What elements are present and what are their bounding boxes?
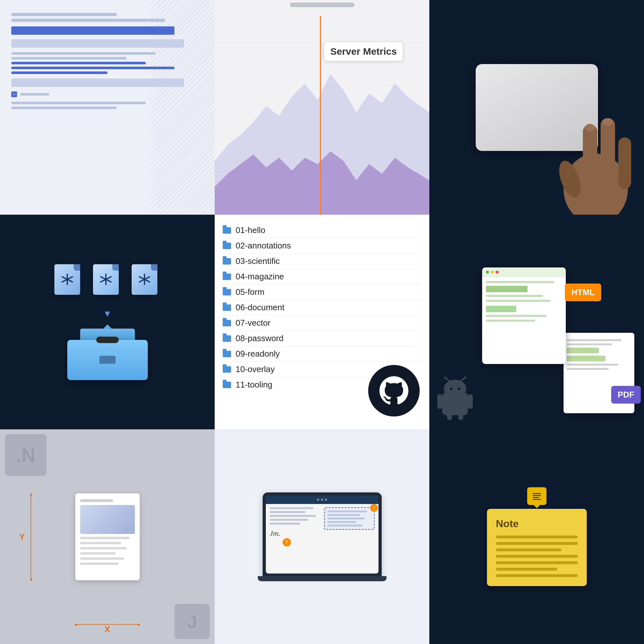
file-name: 05-form bbox=[236, 287, 265, 297]
pdf-icon-2 bbox=[93, 264, 122, 299]
list-item[interactable]: 05-form bbox=[223, 285, 421, 300]
file-name: 01-hello bbox=[236, 225, 266, 235]
pin-arrow bbox=[534, 505, 540, 508]
list-item[interactable]: 04-magazine bbox=[223, 269, 421, 285]
laptop-left: Jm. ! bbox=[270, 507, 321, 541]
content-line bbox=[486, 320, 535, 322]
cell-laptop: Jm. ! bbox=[215, 429, 429, 644]
note-pin-container bbox=[527, 487, 546, 505]
wf-line bbox=[11, 19, 165, 22]
content-line bbox=[567, 343, 612, 345]
cell-note: Note bbox=[429, 429, 644, 644]
svg-point-26 bbox=[444, 377, 446, 378]
svg-line-24 bbox=[445, 378, 449, 381]
cell-file-list: 01-hello 02-annotations 03-scientific 04… bbox=[215, 215, 429, 429]
toolbox-handle bbox=[96, 337, 119, 343]
content-line bbox=[486, 295, 543, 297]
laptop-dot bbox=[321, 499, 323, 501]
list-item[interactable]: 08-password bbox=[223, 331, 421, 346]
laptop-screen: Jm. ! bbox=[266, 496, 378, 574]
doc-line bbox=[80, 552, 116, 555]
content-line bbox=[486, 300, 551, 302]
list-item[interactable]: 01-hello bbox=[223, 223, 421, 238]
svg-point-27 bbox=[464, 377, 466, 378]
svg-rect-18 bbox=[468, 394, 473, 409]
content-line bbox=[486, 281, 554, 283]
doc-line bbox=[80, 499, 113, 502]
note-card: Note bbox=[487, 509, 587, 586]
svg-point-23 bbox=[458, 387, 460, 390]
sel-line bbox=[327, 514, 360, 516]
note-line bbox=[496, 561, 578, 564]
content-line bbox=[567, 364, 618, 366]
cell-wireframe: ✓ bbox=[0, 0, 215, 215]
folder-icon bbox=[223, 227, 231, 234]
laptop-dot bbox=[317, 499, 319, 501]
l-line bbox=[270, 515, 316, 517]
browser-content-2 bbox=[564, 336, 634, 373]
pdf-symbol bbox=[138, 273, 151, 286]
n-bg-letter: .N bbox=[5, 434, 47, 476]
wf-line bbox=[11, 13, 117, 16]
cell-pdf-toolbox: ▼ bbox=[0, 215, 215, 429]
doc-image bbox=[80, 505, 135, 534]
list-item[interactable]: 07-vector bbox=[223, 315, 421, 331]
fold bbox=[74, 264, 80, 271]
cell-browser-badges: HTML PDF bbox=[429, 215, 644, 429]
pdf-symbol bbox=[99, 273, 112, 286]
content-line bbox=[567, 368, 609, 370]
laptop-content: Jm. ! bbox=[266, 504, 378, 545]
folder-icon bbox=[223, 382, 231, 388]
tooltip-arrow-border bbox=[321, 49, 324, 54]
wf-line bbox=[11, 102, 146, 104]
toolbox-body bbox=[67, 340, 148, 380]
svg-point-6 bbox=[602, 118, 613, 126]
folder-icon bbox=[223, 335, 231, 342]
toolbox bbox=[67, 329, 148, 380]
file-name: 03-scientific bbox=[236, 256, 280, 266]
wf-line bbox=[11, 57, 126, 60]
grid-line bbox=[215, 86, 429, 86]
pdf-badge: PDF bbox=[611, 386, 641, 404]
laptop-dot bbox=[325, 499, 327, 501]
laptop-right: ! bbox=[324, 507, 374, 541]
wf-blue-line bbox=[11, 71, 107, 74]
svg-point-5 bbox=[585, 124, 595, 132]
wf-gray-block bbox=[11, 39, 184, 48]
cell-trackpad bbox=[429, 0, 644, 215]
list-item[interactable]: 09-readonly bbox=[223, 346, 421, 362]
html-badge: HTML bbox=[565, 284, 601, 301]
l-line bbox=[270, 519, 308, 521]
laptop-topbar bbox=[266, 496, 378, 504]
l-line bbox=[270, 507, 313, 509]
svg-rect-31 bbox=[533, 499, 541, 500]
wf-gray-block2 bbox=[11, 79, 184, 87]
browser-toolbar bbox=[482, 267, 566, 277]
sel-line bbox=[327, 518, 365, 519]
content-block bbox=[486, 286, 528, 292]
sel-line bbox=[327, 521, 356, 523]
file-name: 04-magazine bbox=[236, 272, 284, 282]
browser-dot-red bbox=[496, 271, 499, 274]
doc-line bbox=[80, 563, 118, 565]
folder-icon bbox=[223, 304, 231, 311]
wf-line bbox=[11, 107, 117, 109]
doc-line bbox=[80, 557, 124, 560]
wf-label bbox=[20, 93, 49, 96]
sel-line bbox=[327, 510, 367, 512]
down-arrow-icon: ▼ bbox=[103, 309, 112, 319]
folder-icon bbox=[223, 243, 231, 249]
wf-blue-block bbox=[11, 26, 174, 35]
lid-arrow bbox=[103, 324, 112, 329]
list-item[interactable]: 02-annotations bbox=[223, 238, 421, 254]
wf-checkbox-row: ✓ bbox=[11, 91, 203, 97]
browser-window-main: HTML bbox=[482, 267, 566, 364]
content-line bbox=[486, 315, 547, 317]
folder-icon bbox=[223, 258, 231, 265]
file-name: 11-tooling bbox=[236, 380, 272, 390]
list-item[interactable]: 06-document bbox=[223, 300, 421, 315]
folder-icon bbox=[223, 320, 231, 326]
list-item[interactable]: 03-scientific bbox=[223, 254, 421, 269]
hand-svg bbox=[541, 99, 644, 215]
cell-chart: Server Metrics bbox=[215, 0, 429, 215]
